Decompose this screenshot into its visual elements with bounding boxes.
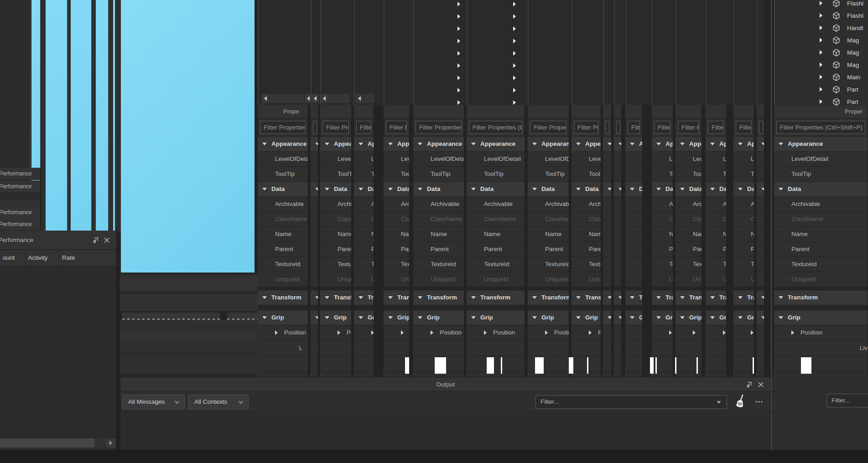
property-row-classname[interactable]: ClassName (384, 212, 409, 227)
section-header-transform[interactable]: Transform (467, 290, 525, 305)
section-header-appearance[interactable]: Appearance (625, 137, 642, 152)
filter-properties-input[interactable]: Filter Properties (Ctrl+Shift+P) (759, 121, 763, 134)
section-header-grip[interactable]: Grip (528, 310, 569, 325)
property-row-classname[interactable]: ClassName (413, 212, 464, 227)
property-row-tooltip[interactable]: ToolTip (528, 167, 569, 182)
expand-arrow-icon[interactable] (401, 330, 404, 335)
explorer-item[interactable]: Flashl (774, 0, 868, 10)
collapse-arrow-icon[interactable] (418, 143, 422, 145)
property-row-levelofdetail[interactable]: LevelOfDetail (258, 152, 308, 167)
property-row-uniqueid[interactable]: UniqueId (757, 272, 764, 287)
collapse-arrow-icon[interactable] (630, 296, 634, 299)
dock-window-icon[interactable] (745, 381, 753, 388)
property-row-levelofdetail[interactable]: LevelOfDetail (676, 152, 702, 167)
property-row-textureid[interactable]: TextureId (733, 257, 754, 272)
property-row-position[interactable]: Position (603, 325, 611, 340)
filter-properties-input[interactable]: Filter Properties (Ctrl+Shift+P) (386, 121, 407, 134)
property-row-position[interactable]: Position (258, 325, 308, 340)
collapse-arrow-icon[interactable] (619, 188, 621, 190)
property-row-textureid[interactable]: TextureId (706, 257, 726, 272)
scrollbar-left-button[interactable] (312, 94, 319, 103)
expand-arrow-icon[interactable] (457, 100, 460, 105)
section-header-transform[interactable]: Transform (603, 290, 611, 305)
property-row-textureid[interactable]: TextureId (467, 257, 525, 272)
section-header-data[interactable]: Data (320, 182, 351, 197)
section-header-grip[interactable]: Grip (757, 310, 764, 325)
filter-properties-input[interactable]: Filter Properties (Ctrl+Shift+P) (469, 121, 522, 134)
property-row-levelofdetail[interactable]: LevelOfDetail (625, 152, 642, 167)
property-row-archivable[interactable]: Archivable (757, 197, 764, 212)
scrollbar-track[interactable] (364, 94, 374, 103)
property-row-tooltip[interactable]: ToolTip (320, 167, 351, 182)
scrollbar-thumb[interactable] (0, 438, 94, 448)
section-header-transform[interactable]: Transform (733, 290, 754, 305)
expand-arrow-icon[interactable] (371, 330, 374, 335)
clear-output-broom-icon[interactable] (733, 393, 748, 411)
section-header-transform[interactable]: Transform (706, 290, 726, 305)
section-header-data[interactable]: Data (774, 182, 868, 197)
property-row-archivable[interactable]: Archivable (467, 197, 525, 212)
collapse-arrow-icon[interactable] (418, 188, 422, 190)
expand-arrow-icon[interactable] (820, 13, 822, 18)
collapse-arrow-icon[interactable] (315, 143, 318, 145)
property-row-position[interactable]: Position (625, 325, 642, 340)
collapse-arrow-icon[interactable] (630, 143, 634, 145)
property-row-classname[interactable]: ClassName (614, 212, 621, 227)
property-row-name[interactable]: Name (625, 227, 642, 242)
collapse-arrow-icon[interactable] (359, 296, 363, 299)
property-row-parent[interactable]: Parent (311, 242, 318, 257)
section-header-transform[interactable]: Transform (528, 290, 569, 305)
property-row-position[interactable]: Position (774, 325, 868, 340)
property-row-position[interactable]: Position (413, 325, 464, 340)
section-header-data[interactable]: Data (733, 182, 754, 197)
expand-arrow-icon[interactable] (513, 39, 516, 43)
property-row-tooltip[interactable]: ToolTip (311, 167, 318, 182)
property-row-parent[interactable]: Parent (652, 242, 673, 257)
explorer-item[interactable]: Mag (774, 46, 868, 59)
property-row-parent[interactable]: Parent (384, 242, 409, 257)
filter-properties-input[interactable]: Filter Properties (Ctrl+Shift+P) (616, 121, 620, 134)
section-header-grip[interactable]: Grip (258, 310, 308, 325)
column-header-count[interactable]: ount (0, 250, 26, 266)
collapse-arrow-icon[interactable] (680, 296, 685, 299)
collapse-arrow-icon[interactable] (388, 143, 393, 145)
section-header-transform[interactable]: Transform (757, 290, 764, 305)
property-row-levelofdetail[interactable]: LevelOfDetail (733, 152, 754, 167)
section-header-appearance[interactable]: Appearance (676, 137, 702, 152)
section-header-appearance[interactable]: Appearance (603, 137, 611, 152)
expand-arrow-icon[interactable] (457, 26, 460, 31)
collapse-arrow-icon[interactable] (471, 143, 476, 145)
property-row-levelofdetail[interactable]: LevelOfDetail (757, 152, 764, 167)
section-header-grip[interactable]: Grip (413, 310, 464, 325)
section-header-data[interactable]: Data (311, 182, 318, 197)
section-header-data[interactable]: Data (614, 182, 621, 197)
collapse-arrow-icon[interactable] (680, 188, 685, 190)
property-row-position[interactable]: Position (614, 325, 621, 340)
filter-properties-input[interactable]: Filter Properties (Ctrl+Shift+P) (574, 121, 598, 134)
property-row-archivable[interactable]: Archivable (774, 197, 868, 212)
collapse-arrow-icon[interactable] (532, 188, 537, 190)
section-header-data[interactable]: Data (528, 182, 569, 197)
property-row-name[interactable]: Name (706, 227, 726, 242)
property-row-textureid[interactable]: TextureId (676, 257, 702, 272)
property-row-classname[interactable]: ClassName (603, 212, 611, 227)
collapse-arrow-icon[interactable] (262, 296, 267, 299)
explorer-item[interactable]: Main (774, 71, 868, 83)
expand-arrow-icon[interactable] (820, 87, 822, 92)
property-row-uniqueid[interactable]: UniqueId (467, 272, 525, 287)
property-row-archivable[interactable]: Archivable (384, 197, 409, 212)
filter-properties-input[interactable]: Filter Properties (Ctrl+Shift+P) (605, 121, 609, 134)
property-row-name[interactable]: Name (676, 227, 702, 242)
property-row-tooltip[interactable]: ToolTip (614, 167, 621, 182)
property-row-tooltip[interactable]: ToolTip (676, 167, 702, 182)
section-header-data[interactable]: Data (572, 182, 601, 197)
section-header-appearance[interactable]: Appearance (652, 137, 673, 152)
collapse-arrow-icon[interactable] (532, 143, 537, 145)
property-row-levelofdetail[interactable]: LevelOfDetail (528, 152, 569, 167)
collapse-arrow-icon[interactable] (656, 143, 661, 145)
property-row-textureid[interactable]: TextureId (311, 257, 318, 272)
property-row-classname[interactable]: ClassName (625, 212, 642, 227)
collapse-arrow-icon[interactable] (608, 143, 611, 145)
property-row-classname[interactable]: ClassName (258, 212, 308, 227)
collapse-arrow-icon[interactable] (262, 188, 267, 190)
